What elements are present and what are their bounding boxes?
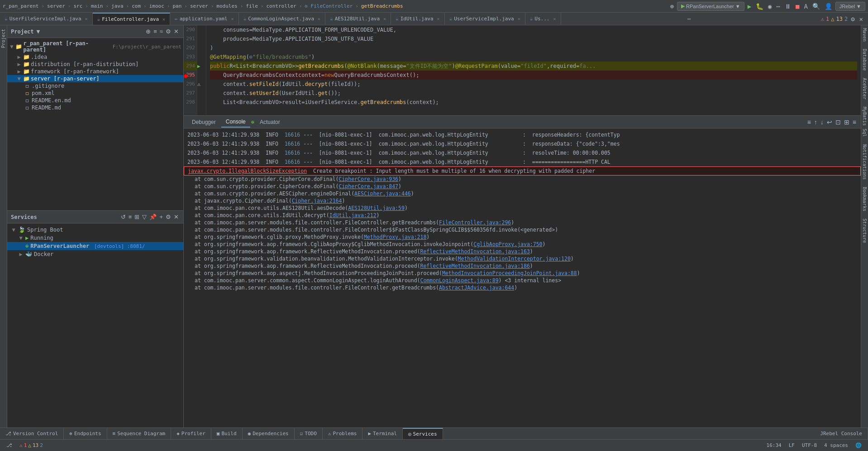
stack-link-13[interactable]: ReflectiveMethodInvocation.java:186: [420, 263, 530, 269]
bottom-tab-services[interactable]: ◎ Services: [403, 428, 443, 439]
close-icon6[interactable]: ✕: [437, 16, 440, 21]
tabs-more-icon[interactable]: ⋯: [687, 16, 691, 22]
close-icon3[interactable]: ✕: [231, 16, 234, 21]
services-close-button[interactable]: ✕: [173, 214, 180, 220]
bottom-tab-todo[interactable]: ☑ TODO: [295, 428, 323, 439]
tree-server[interactable]: ▼ 📁 server [r-pan-server]: [7, 75, 183, 82]
close-icon5[interactable]: ✕: [383, 16, 386, 21]
structure-label[interactable]: Structure: [862, 216, 867, 246]
tree-readme-en[interactable]: ◻ README.en.md: [7, 97, 183, 104]
soft-wrap-button[interactable]: ↩: [826, 119, 833, 126]
tab-application-yaml[interactable]: ✏ application.yaml ✕: [170, 13, 239, 25]
tree-pomxml[interactable]: ◻ pom.xml: [7, 90, 183, 97]
stack-link-15[interactable]: CommonLoginAspect.java:89: [420, 277, 499, 284]
close-panel-button[interactable]: ✕: [173, 28, 180, 35]
tab-commonloginaspect[interactable]: ☕ CommonLoginAspect.java ✕: [239, 13, 325, 25]
more-button[interactable]: ⋯: [775, 3, 782, 10]
stop-button[interactable]: ■: [794, 3, 801, 10]
locate-button[interactable]: ⊕: [145, 28, 152, 35]
breadcrumb-root[interactable]: r_pan_parent: [3, 3, 38, 9]
maven-label[interactable]: Maven: [862, 25, 867, 44]
bottom-tab-sequence[interactable]: ≡ Sequence Diagram: [107, 428, 172, 439]
mybatissql-label[interactable]: MyBatis Sql: [862, 104, 867, 139]
tab-userserviceimpl[interactable]: ☕ UserServiceImpl.java ✕: [445, 13, 525, 25]
bottom-tab-build[interactable]: ▣ Build: [211, 428, 243, 439]
error-status[interactable]: ⚠ 1 △ 13 2: [17, 442, 46, 448]
stack-link-1[interactable]: CipherCore.java:936: [339, 176, 399, 182]
services-docker[interactable]: ▶ 🐳 Docker: [7, 250, 183, 258]
stack-link-4[interactable]: Cipher.java:2164: [292, 198, 342, 204]
breadcrumb-method[interactable]: getBreadcrumbs: [361, 3, 403, 9]
stack-link-14[interactable]: MethodInvocationProceedingJoinPoint.java…: [442, 270, 577, 276]
more-btn[interactable]: ≡: [852, 119, 857, 126]
services-running[interactable]: ▼ ▶ Running: [7, 234, 183, 242]
stack-link-2[interactable]: CipherCore.java:847: [339, 183, 399, 190]
breadcrumb-file[interactable]: file: [246, 3, 258, 9]
stack-link-11[interactable]: ReflectiveMethodInvocation.java:163: [420, 248, 530, 255]
settings-button[interactable]: ⚙: [165, 28, 172, 35]
actuator-tab[interactable]: Actuator: [255, 117, 285, 127]
tab-userfileserviceimpl[interactable]: ☕ UserFileServiceImpl.java ✕: [0, 13, 93, 25]
debugger-tab[interactable]: Debugger: [187, 117, 220, 127]
bottom-tab-profiler[interactable]: ◈ Profiler: [171, 428, 211, 439]
tabs-overflow[interactable]: ⋯: [686, 13, 692, 25]
exception-class[interactable]: javax.crypto.IllegalBlockSizeException: [188, 168, 307, 174]
services-filter-button[interactable]: ▽: [141, 214, 148, 220]
git-status[interactable]: ⎇: [4, 442, 15, 448]
breadcrumb-imooc[interactable]: imooc: [149, 3, 164, 9]
breadcrumb-src[interactable]: src: [73, 3, 82, 9]
tree-framework[interactable]: ▶ 📁 framework [r-pan-framework]: [7, 68, 183, 75]
tree-readme[interactable]: ◻ README.md: [7, 104, 183, 111]
stack-link-10[interactable]: CglibAopProxy.java:750: [473, 241, 542, 247]
breadcrumb-com[interactable]: com: [132, 3, 141, 9]
services-group-button[interactable]: ⊞: [134, 214, 140, 220]
breadcrumb-modules[interactable]: modules: [216, 3, 237, 9]
close-icon7[interactable]: ✕: [518, 16, 520, 21]
tabs-settings-icon[interactable]: ⚙: [849, 15, 856, 23]
prev-button[interactable]: ↑: [813, 119, 818, 126]
console-tab[interactable]: Console: [221, 117, 250, 128]
stack-link-12[interactable]: MethodValidationInterceptor.java:120: [458, 256, 571, 262]
next-button[interactable]: ↓: [820, 119, 825, 126]
services-launcher[interactable]: ⊕ RPanServerLauncher [devtools] :8081/: [7, 242, 183, 250]
project-dropdown-icon[interactable]: ▼: [36, 28, 41, 35]
stack-link-7[interactable]: FileController.java:296: [439, 219, 511, 226]
notifications-label[interactable]: Notifications: [862, 142, 867, 182]
user-button[interactable]: 👤: [823, 3, 834, 10]
git-icon[interactable]: ⊕: [669, 3, 675, 10]
services-add-button[interactable]: +: [158, 214, 164, 220]
run-coverage-button[interactable]: ◉: [767, 3, 773, 10]
tab-us[interactable]: ☕ Us... ✕: [525, 13, 561, 25]
tab-idutil[interactable]: ☕ IdUtil.java ✕: [391, 13, 445, 25]
breadcrumb-main[interactable]: main: [91, 3, 103, 9]
services-refresh-button[interactable]: ↺: [120, 214, 127, 220]
grid-button[interactable]: ⊞: [843, 119, 850, 126]
code-content[interactable]: consumes = MediaType.APPLICATION_FORM_UR…: [206, 25, 861, 115]
sort-button[interactable]: ≈: [159, 28, 164, 35]
tab-filecontroller[interactable]: ☕ FileController.java ✕: [93, 13, 171, 25]
collapse-all-button[interactable]: ≡: [153, 28, 158, 35]
pause-button[interactable]: ⏸: [783, 3, 792, 10]
project-sidebar-label[interactable]: Project: [0, 25, 7, 52]
bookmarks-label[interactable]: Bookmarks: [862, 184, 867, 214]
database-label[interactable]: Database: [862, 46, 867, 73]
bottom-tab-terminal[interactable]: ▶ Terminal: [362, 428, 403, 439]
breadcrumb-filecontroller[interactable]: ⊙ FileController: [305, 3, 353, 9]
breadcrumb-server[interactable]: server: [47, 3, 65, 9]
bottom-tab-dependencies[interactable]: ◉ Dependencies: [243, 428, 295, 439]
breadcrumb-server2[interactable]: server: [190, 3, 208, 9]
cursor-position[interactable]: 16:34: [764, 442, 784, 448]
indent-status[interactable]: 4 spaces: [821, 442, 851, 448]
tree-distribution[interactable]: ▶ 📁 distribution [r-pan-distribution]: [7, 61, 183, 68]
bottom-tab-versioncontrol[interactable]: ⎇ Version Control: [0, 428, 64, 439]
bottom-tab-endpoints[interactable]: ⊕ Endpoints: [64, 428, 107, 439]
stack-link-6[interactable]: IdUtil.java:212: [329, 212, 377, 218]
stack-link-5[interactable]: AES128Util.java:59: [348, 205, 405, 211]
run-line-icon[interactable]: ▶: [197, 63, 200, 69]
tree-root[interactable]: ▼ 📁 r_pan_parent [r-pan-parent] F:\proje…: [7, 40, 183, 53]
close-icon[interactable]: ✕: [85, 16, 88, 21]
run-button[interactable]: ▶: [746, 3, 753, 10]
stack-link-9[interactable]: MethodProxy.java:218: [364, 234, 426, 240]
encoding-status[interactable]: UTF-8: [799, 442, 820, 448]
clear-button[interactable]: ⊡: [835, 119, 842, 126]
